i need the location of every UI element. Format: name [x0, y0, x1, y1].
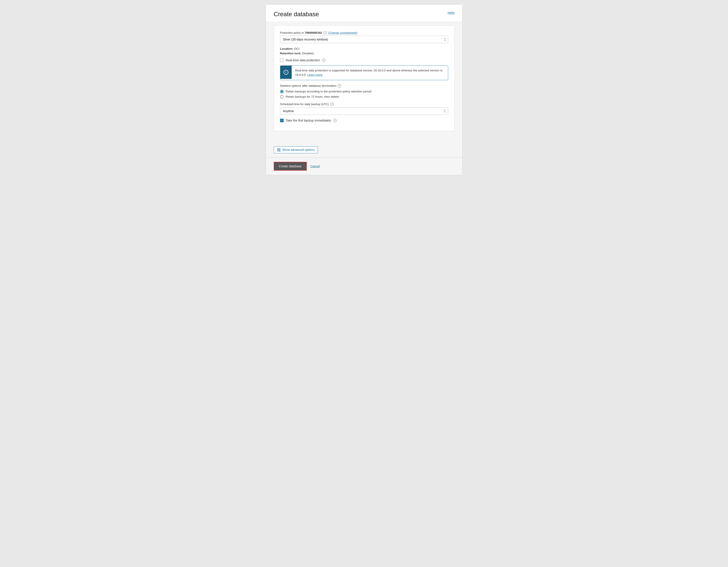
create-database-button[interactable]: Create database — [274, 162, 307, 171]
deletion-option-2-label: Retain backups for 72 hours, then delete — [286, 95, 339, 98]
first-backup-info-icon[interactable]: i — [333, 119, 337, 122]
circle-i-icon: i — [284, 70, 288, 75]
protection-policy-select-wrapper: Silver (35-days recovery window) ▲ ▼ — [280, 36, 448, 43]
cancel-link[interactable]: Cancel — [310, 164, 320, 168]
scheduled-backup-label: Scheduled time for daily backup (UTC) — [280, 102, 329, 106]
info-banner-text: Real-time data protection is supported f… — [292, 66, 448, 80]
first-backup-row: Take the first backup immediately i — [280, 119, 448, 122]
retention-lock-row: Retention lock: Disabled — [280, 52, 448, 55]
realtime-protection-row: Real-time data protection i — [280, 58, 448, 62]
realtime-protection-checkbox[interactable] — [280, 58, 284, 62]
protection-policy-select[interactable]: Silver (35-days recovery window) — [280, 36, 448, 43]
learn-more-link[interactable]: Learn more — [307, 73, 323, 76]
help-link[interactable]: Help — [448, 11, 454, 14]
info-banner-icon: i — [280, 66, 292, 79]
deletion-option-2-row: Retain backups for 72 hours, then delete — [280, 95, 448, 98]
compartment-id: 79889980342 — [305, 31, 322, 34]
first-backup-label: Take the first backup immediately — [286, 119, 331, 122]
sliders-icon — [277, 148, 281, 151]
deletion-option-2-radio[interactable] — [280, 95, 284, 98]
deletion-option-1-label: Retain backups according to the protecti… — [286, 90, 372, 93]
show-advanced-options-label: Show advanced options — [282, 148, 315, 151]
footer-actions: Create database Cancel — [266, 157, 462, 175]
protection-policy-label: Protection policy in 79889980342 — [280, 31, 322, 34]
realtime-protection-label: Real-time data protection — [286, 58, 320, 62]
advanced-options-row: Show advanced options — [266, 142, 462, 157]
info-banner: i Real-time data protection is supported… — [280, 65, 448, 80]
change-compartment-link[interactable]: (Change compartment) — [328, 31, 358, 34]
first-backup-checkbox[interactable] — [280, 119, 284, 122]
realtime-protection-info-icon[interactable]: i — [322, 58, 326, 62]
deletion-option-1-radio[interactable] — [280, 90, 284, 93]
show-advanced-options-button[interactable]: Show advanced options — [274, 146, 318, 153]
deletion-options-info-icon[interactable]: i — [338, 84, 341, 88]
protection-policy-field: Protection policy in 79889980342 i (Chan… — [280, 31, 448, 43]
location-row: Location: OCI — [280, 47, 448, 50]
protection-policy-info-icon[interactable]: i — [323, 31, 327, 34]
page-title: Create database — [274, 11, 319, 18]
scheduled-backup-select[interactable]: Anytime — [280, 107, 448, 115]
scheduled-backup-field: Scheduled time for daily backup (UTC) i … — [280, 102, 448, 115]
deletion-options-group: Deletion options after database terminat… — [280, 84, 448, 98]
scheduled-backup-info-icon[interactable]: i — [330, 102, 334, 106]
scheduled-backup-select-wrapper: Anytime ▲ ▼ — [280, 107, 448, 115]
deletion-option-1-row: Retain backups according to the protecti… — [280, 90, 448, 93]
